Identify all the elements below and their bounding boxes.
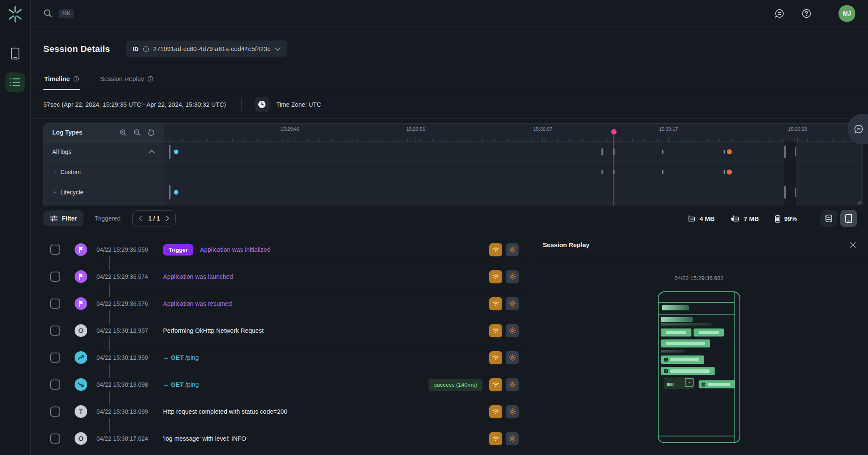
sidebar-item-devices[interactable] (5, 44, 25, 63)
environment-state-button[interactable] (506, 432, 519, 445)
log-row-checkbox[interactable] (50, 380, 60, 390)
log-message[interactable]: Performing OkHttp Network Request (163, 327, 264, 334)
event-bar[interactable] (601, 170, 603, 174)
log-row[interactable]: 04/22 15:29:36.574Application was launch… (31, 263, 530, 290)
timeline-gridline (797, 141, 798, 206)
event-bar[interactable] (723, 170, 725, 174)
tab-timeline[interactable]: Timeline (43, 69, 80, 90)
event-dot-blue[interactable] (174, 190, 179, 194)
feedback-button[interactable] (774, 8, 785, 19)
search-icon[interactable] (43, 9, 53, 18)
ruler-tick (732, 138, 732, 141)
log-row[interactable]: 04/22 15:29:36.576Application was resume… (31, 290, 530, 317)
environment-state-button[interactable] (506, 297, 519, 310)
event-bar[interactable] (169, 145, 171, 159)
log-row-checkbox[interactable] (50, 433, 60, 444)
filter-button[interactable]: Filter (43, 210, 83, 226)
environment-state-button[interactable] (506, 270, 519, 283)
session-replay-phone-mockup[interactable] (658, 291, 740, 443)
help-button[interactable] (801, 8, 812, 19)
avatar[interactable]: MJ (839, 5, 855, 22)
log-row[interactable]: 04/22 15:30:13.098← GET /pingsuccess (14… (31, 371, 530, 398)
log-row-checkbox[interactable] (50, 353, 60, 363)
okhttp-icon (78, 328, 84, 334)
skeleton-button (661, 328, 691, 337)
log-message[interactable]: 'log message' with level: INFO (163, 435, 246, 442)
environment-state-button[interactable] (506, 243, 519, 256)
log-message[interactable]: Application was launched (163, 273, 233, 280)
session-duration-text: 57sec (Apr 22, 2024, 15:29:35 UTC - Apr … (43, 101, 226, 108)
event-bar[interactable] (662, 170, 664, 174)
log-row-checkbox[interactable] (50, 272, 60, 282)
network-state-button[interactable] (489, 270, 502, 283)
stat-network-bytes: 7 MB (731, 215, 759, 222)
log-row-checkbox[interactable] (50, 245, 60, 255)
network-state-button[interactable] (489, 351, 502, 364)
reset-zoom-button[interactable] (147, 129, 155, 136)
log-type-row-lifecycle[interactable]: └Lifecycle (44, 182, 164, 202)
log-timestamp: 04/22 15:29:36.559 (96, 246, 163, 253)
prev-page-button[interactable] (139, 215, 142, 221)
log-row-checkbox[interactable] (50, 299, 60, 309)
log-message[interactable]: → GET /ping (163, 354, 199, 361)
event-bar[interactable] (662, 150, 664, 153)
timezone-button[interactable] (255, 97, 270, 112)
embrace-logo-icon[interactable] (8, 6, 23, 24)
ruler-tick (382, 138, 383, 141)
next-page-button[interactable] (166, 215, 169, 221)
resize-handle-icon[interactable] (856, 199, 861, 206)
network-state-button[interactable] (489, 324, 502, 337)
event-dot-orange[interactable] (727, 149, 732, 154)
flag-icon (78, 246, 84, 253)
sidebar-item-sessions[interactable] (5, 73, 25, 92)
network-state-button[interactable] (489, 243, 502, 256)
log-row[interactable]: 04/22 15:30:12.959→ GET /ping (31, 344, 530, 371)
event-bar[interactable] (169, 185, 171, 199)
log-message[interactable]: Application was resumed (163, 300, 232, 307)
event-bar[interactable] (723, 150, 725, 153)
environment-state-button[interactable] (506, 351, 519, 364)
log-row[interactable]: 04/22 15:30:12.957Performing OkHttp Netw… (31, 317, 530, 344)
playhead-dot[interactable] (611, 129, 617, 135)
session-id-selector[interactable]: ID 271991ad-ec80-4d79-a61a-ced44e5f423c (126, 40, 287, 57)
environment-state-button[interactable] (506, 378, 519, 391)
zoom-in-button[interactable] (120, 129, 127, 136)
network-state-button[interactable] (489, 297, 502, 310)
log-message[interactable]: ← GET /ping (163, 381, 199, 388)
event-bar[interactable] (601, 148, 603, 155)
playhead-line[interactable] (613, 135, 614, 206)
chevron-up-icon[interactable] (149, 150, 155, 153)
log-row[interactable]: 04/22 15:29:36.559TriggerApplication was… (31, 236, 530, 263)
network-state-button[interactable] (489, 432, 502, 445)
ruler-tick-major (543, 137, 543, 141)
log-timestamp: 04/22 15:30:12.957 (96, 327, 163, 334)
log-row[interactable]: 04/22 15:30:17.024'log message' with lev… (31, 425, 530, 452)
log-timestamp: 04/22 15:30:13.099 (96, 408, 163, 415)
event-dot-orange[interactable] (727, 170, 732, 175)
zoom-out-button[interactable] (134, 129, 141, 136)
ruler-tick (532, 138, 533, 141)
event-dot-blue[interactable] (174, 149, 179, 154)
data-view-toggle[interactable] (820, 210, 837, 227)
wifi-icon (492, 355, 499, 361)
network-state-button[interactable] (489, 378, 502, 391)
device-view-toggle[interactable] (840, 210, 857, 227)
log-row-checkbox[interactable] (50, 407, 60, 417)
ruler-label: 15:29:46 (281, 127, 300, 132)
log-row-checkbox[interactable] (50, 326, 60, 336)
timeline-track-area[interactable]: 15:29:4615:29:5615:30:0715:30:1715:30:28 (164, 124, 863, 206)
environment-state-button[interactable] (506, 405, 519, 418)
log-list: 04/22 15:29:36.559TriggerApplication was… (31, 231, 530, 455)
log-type-row-all-logs[interactable]: All logs (44, 141, 164, 162)
chat-bubble-icon (774, 8, 785, 19)
ruler-tick (307, 138, 308, 141)
log-row[interactable]: T04/22 15:30:13.099Http request complete… (31, 398, 530, 425)
environment-state-button[interactable] (506, 324, 519, 337)
log-type-row-custom[interactable]: └Custom (44, 162, 164, 182)
network-state-button[interactable] (489, 405, 502, 418)
log-message[interactable]: Http request completed with status code=… (163, 408, 287, 415)
ruler-tick (507, 138, 508, 141)
tab-session-replay[interactable]: Session Replay (99, 69, 154, 90)
log-message[interactable]: Application was initialized (200, 246, 271, 253)
close-replay-button[interactable] (849, 242, 856, 248)
